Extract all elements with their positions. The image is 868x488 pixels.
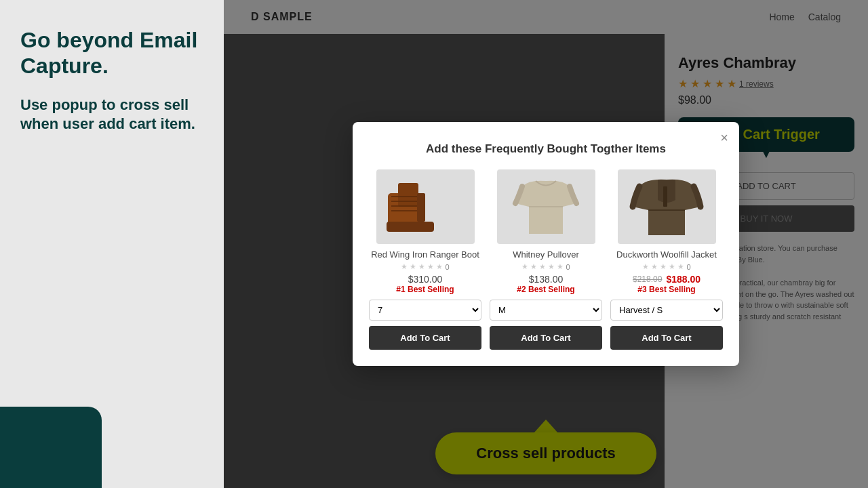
rating-count-3: 0 <box>686 263 690 271</box>
left-panel: Go beyond Email Capture. Use popup to cr… <box>0 0 224 488</box>
store-panel: D SAMPLE Home Catalog Ayres Chambray ★ ★… <box>224 0 868 488</box>
svg-rect-2 <box>398 183 418 207</box>
product-image-2 <box>497 169 595 244</box>
best-selling-badge-1: #1 Best Selling <box>396 285 454 294</box>
product-image-3 <box>618 169 716 244</box>
product-name-1: Red Wing Iron Ranger Boot <box>371 249 479 260</box>
modal-overlay: × Add these Frequently Bought Togther It… <box>224 0 868 488</box>
product-name-3: Duckworth Woolfill Jacket <box>616 249 717 260</box>
cross-sell-modal: × Add these Frequently Bought Togther It… <box>353 122 739 366</box>
variant-select-3[interactable]: Harvest / S Harvest / M Harvest / L <box>610 300 723 321</box>
add-to-cart-modal-btn-2[interactable]: Add To Cart <box>490 326 602 350</box>
svg-rect-10 <box>663 186 667 207</box>
bottom-decoration <box>0 407 102 488</box>
product-sale-price-3: $188.00 <box>666 274 701 285</box>
product-price-1: $310.00 <box>408 274 443 285</box>
add-to-cart-modal-btn-1[interactable]: Add To Cart <box>369 326 481 350</box>
svg-rect-7 <box>417 193 425 222</box>
product-price-2: $138.00 <box>529 274 564 285</box>
product-card-2: Whitney Pullover ★ ★ ★ ★ ★ 0 $138.00 #2 … <box>490 169 602 350</box>
product-image-1 <box>376 169 475 244</box>
modal-close-button[interactable]: × <box>720 130 728 146</box>
product-name-2: Whitney Pullover <box>513 249 579 260</box>
best-selling-badge-2: #2 Best Selling <box>517 285 574 294</box>
variant-select-2[interactable]: XS S M L XL <box>490 300 602 321</box>
modal-title: Add these Frequently Bought Togther Item… <box>369 142 723 156</box>
svg-rect-1 <box>387 222 434 232</box>
products-grid: Red Wing Iron Ranger Boot ★ ★ ★ ★ ★ 0 $3… <box>369 169 723 350</box>
headline: Go beyond Email Capture. <box>20 27 203 79</box>
product-orig-price-3: $218.00 <box>633 274 662 284</box>
best-selling-badge-3: #3 Best Selling <box>637 285 695 294</box>
product-rating-2: ★ ★ ★ ★ ★ 0 <box>521 262 570 271</box>
product-card-3: Duckworth Woolfill Jacket ★ ★ ★ ★ ★ 0 $2… <box>610 169 723 350</box>
add-to-cart-modal-btn-3[interactable]: Add To Cart <box>610 326 723 350</box>
product-card-1: Red Wing Iron Ranger Boot ★ ★ ★ ★ ★ 0 $3… <box>369 169 481 350</box>
variant-select-1[interactable]: 7 8 9 10 <box>369 300 481 321</box>
product-rating-3: ★ ★ ★ ★ ★ 0 <box>642 262 690 271</box>
rating-count-2: 0 <box>566 263 570 271</box>
subtext: Use popup to cross sell when user add ca… <box>20 96 203 134</box>
rating-count-1: 0 <box>445 263 449 271</box>
product-rating-1: ★ ★ ★ ★ ★ 0 <box>401 262 449 271</box>
